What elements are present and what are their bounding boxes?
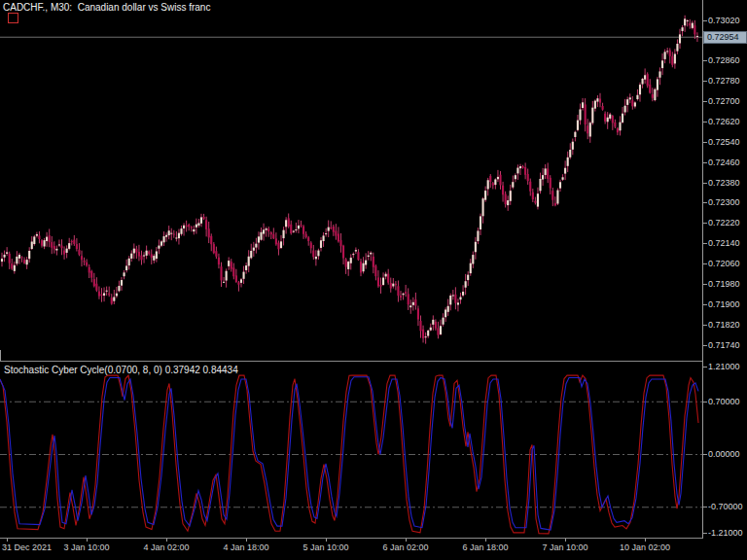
price-axis-tick <box>702 243 707 244</box>
time-axis-separator <box>0 538 703 539</box>
indicator-axis-label: -1.21000 <box>708 529 743 538</box>
time-axis-tick <box>645 539 646 542</box>
indicator-canvas[interactable] <box>0 362 703 538</box>
price-axis-label: 0.71980 <box>708 280 740 289</box>
price-axis-label: 0.72700 <box>708 97 740 106</box>
indicator-axis-tick <box>702 533 707 534</box>
time-axis-label: 5 Jan 10:00 <box>302 542 348 552</box>
price-axis-tick <box>702 162 707 163</box>
time-axis-label: 6 Jan 18:00 <box>462 542 508 552</box>
time-axis-tick <box>485 539 486 542</box>
price-axis-label: 0.72060 <box>708 260 740 268</box>
price-axis-tick <box>702 223 707 224</box>
price-axis-label: 0.72780 <box>708 77 740 86</box>
pane-separator-left-tick <box>0 350 1 361</box>
time-axis-tick <box>406 539 407 542</box>
mt5-chart-window: CADCHF., M30: Canadian dollar vs Swiss f… <box>0 0 747 560</box>
price-axis-tick <box>702 60 707 61</box>
time-axis-tick <box>565 539 566 542</box>
time-axis-label: 4 Jan 18:00 <box>223 542 268 552</box>
candlestick-canvas[interactable] <box>0 0 703 362</box>
time-axis-tick <box>166 539 167 542</box>
price-axis-label: 0.72540 <box>708 138 740 147</box>
time-axis-tick <box>246 539 247 542</box>
indicator-axis-label: 0.70000 <box>708 398 740 406</box>
price-axis-tick <box>702 263 707 264</box>
price-axis-label: 0.71740 <box>708 341 740 350</box>
price-axis-tick <box>702 183 707 184</box>
price-axis-label: 0.71900 <box>708 300 740 309</box>
price-axis-label: 0.72140 <box>708 239 740 248</box>
indicator-axis-tick <box>702 402 707 402</box>
time-axis-label: 31 Dec 2021 <box>2 542 52 552</box>
indicator-title: Stochastic Cyber Cycle(0.0700, 8, 0) 0.3… <box>4 365 238 375</box>
object-selection-marker-icon[interactable] <box>8 13 18 23</box>
indicator-axis-tick <box>702 454 707 455</box>
price-axis-label: 0.72860 <box>708 56 740 65</box>
price-axis-label: 0.72460 <box>708 158 740 167</box>
price-axis-tick <box>702 304 707 305</box>
price-axis-label: 0.72620 <box>708 118 740 126</box>
time-axis-label: 6 Jan 02:00 <box>382 542 428 552</box>
indicator-axis-label: 1.21000 <box>708 363 740 371</box>
time-axis-label: 10 Jan 02:00 <box>620 542 670 552</box>
price-axis-label: 0.72220 <box>708 219 740 228</box>
indicator-axis-label: -0.70000 <box>708 503 743 511</box>
price-axis-tick <box>702 142 707 143</box>
time-axis-tick <box>87 539 88 542</box>
price-axis-label: 0.72300 <box>708 198 740 207</box>
time-axis-tick <box>7 539 8 542</box>
price-axis-tick <box>702 20 707 21</box>
price-axis-tick <box>702 81 707 82</box>
price-axis-tick <box>702 345 707 346</box>
indicator-axis-label: 0.00000 <box>708 450 740 459</box>
current-price-badge: 0.72954 <box>703 31 747 44</box>
price-axis-tick <box>702 122 707 122</box>
price-axis-label: 0.72380 <box>708 179 740 188</box>
price-axis-tick <box>702 101 707 102</box>
chart-symbol-title: CADCHF., M30: Canadian dollar vs Swiss f… <box>3 2 210 13</box>
time-axis-tick <box>326 539 327 542</box>
price-axis-tick <box>702 284 707 285</box>
price-axis-tick <box>702 202 707 203</box>
time-axis-label: 4 Jan 02:00 <box>143 542 189 552</box>
time-axis-label: 3 Jan 10:00 <box>63 542 109 552</box>
price-axis-label: 0.73020 <box>708 17 740 25</box>
indicator-axis-tick <box>702 367 707 368</box>
indicator-axis-tick <box>702 507 707 508</box>
price-axis-label: 0.71820 <box>708 321 740 330</box>
time-axis-label: 7 Jan 10:00 <box>542 542 587 552</box>
price-axis-tick <box>702 325 707 326</box>
